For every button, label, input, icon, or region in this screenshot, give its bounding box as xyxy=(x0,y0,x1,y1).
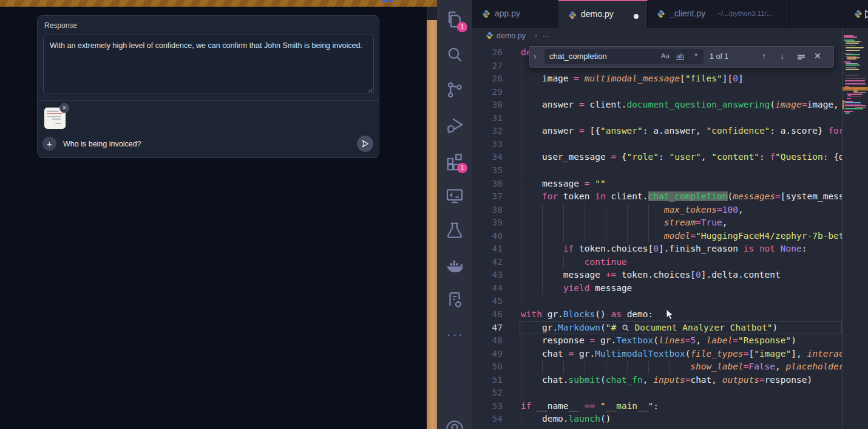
code-text: image = multimodal_message["files"][0] xyxy=(521,72,744,86)
line-number: 53 xyxy=(472,400,503,413)
code-line[interactable]: 39 stream=True, xyxy=(472,216,842,230)
code-line[interactable]: 36 message = "" xyxy=(472,177,842,191)
line-number: 51 xyxy=(472,374,503,387)
beaker-icon xyxy=(444,219,466,241)
tab-demo-py[interactable]: demo.py xyxy=(558,0,648,29)
code-line[interactable]: 53if __name__ == "__main__": xyxy=(472,400,842,413)
add-file-button[interactable]: + xyxy=(42,137,56,151)
minimap-line xyxy=(853,92,866,94)
send-button[interactable] xyxy=(357,136,373,152)
find-previous-button[interactable]: ↑ xyxy=(762,51,766,61)
sidebar-item-testing[interactable] xyxy=(444,219,466,241)
indent-guide xyxy=(521,60,521,73)
code-line[interactable]: 41 if token.choices[0].finish_reason is … xyxy=(472,242,842,256)
debug-icon xyxy=(444,114,466,136)
code-line[interactable]: 38 max_tokens=100, xyxy=(472,204,842,217)
code-line[interactable]: 42 continue xyxy=(472,256,842,269)
tab-description: ~/.../python3.11/... xyxy=(717,10,773,17)
line-number: 33 xyxy=(472,138,503,151)
minimap-line xyxy=(847,57,860,58)
code-line[interactable]: 29 xyxy=(472,86,842,99)
response-label: Response xyxy=(44,21,77,30)
code-line[interactable]: 54 demo.launch() xyxy=(472,413,842,426)
code-line[interactable]: 31 xyxy=(472,112,842,125)
minimap[interactable] xyxy=(843,28,868,429)
line-number: 37 xyxy=(472,190,503,204)
code-line[interactable]: 47 gr.Markdown("# Document Analyzer Chat… xyxy=(472,321,842,335)
response-textarea[interactable]: With an extremely high level of confiden… xyxy=(43,35,374,94)
code-text: stream=True, xyxy=(521,216,727,230)
whole-word-toggle[interactable]: ab xyxy=(676,52,684,60)
breadcrumb-symbol[interactable]: ... xyxy=(543,30,549,39)
minimap-line xyxy=(846,56,856,57)
magnifier-emoji-icon xyxy=(622,323,629,332)
code-line[interactable]: 51 chat.submit(chat_fn, inputs=chat, out… xyxy=(472,374,842,387)
code-text: user_message = {"role": "user", "content… xyxy=(521,151,842,164)
editor-tab-bar: app.py demo.py _client.py ~/.../python3.… xyxy=(472,0,868,28)
code-line[interactable]: 43 message += token.choices[0].delta.con… xyxy=(472,269,842,282)
sidebar-item-source-control[interactable] xyxy=(444,79,466,101)
sidebar-item-extensions[interactable]: 1 xyxy=(444,149,466,171)
sidebar-item-account[interactable] xyxy=(444,418,466,429)
tab-client-py[interactable]: _client.py ~/.../python3.11/... xyxy=(647,0,790,28)
code-line[interactable]: 52 xyxy=(472,386,842,400)
sidebar-item-container-tools[interactable] xyxy=(444,289,466,311)
remove-attachment-button[interactable]: × xyxy=(59,103,69,113)
code-line[interactable]: 32 answer = [{"answer": a.answer, "confi… xyxy=(472,125,842,138)
code-line[interactable]: 50 show_label=False, placeholder= xyxy=(472,360,842,374)
tab-label: app.py xyxy=(495,9,520,18)
code-line[interactable]: 33 xyxy=(472,138,842,151)
resize-handle-icon[interactable] xyxy=(367,87,372,92)
sidebar-item-run-debug[interactable] xyxy=(444,114,466,136)
line-number: 28 xyxy=(472,72,503,86)
code-text: max_tokens=100, xyxy=(521,204,744,217)
find-next-button[interactable]: ↓ xyxy=(780,51,784,61)
match-case-toggle[interactable]: Aa xyxy=(661,52,670,60)
docker-whale-icon xyxy=(444,255,466,276)
sidebar-item-remote-explorer[interactable] xyxy=(444,185,466,207)
run-button[interactable] xyxy=(863,9,868,22)
sidebar-item-search[interactable] xyxy=(444,44,466,66)
account-icon xyxy=(444,418,466,429)
code-text: model="HuggingFaceH4/zephyr-7b-beta" xyxy=(521,230,842,243)
find-in-selection-button[interactable] xyxy=(797,51,805,63)
code-line[interactable]: 45 xyxy=(472,295,842,308)
line-number: 29 xyxy=(472,86,503,99)
code-line[interactable]: 28 image = multimodal_message["files"][0… xyxy=(472,72,842,86)
code-line[interactable]: 46with gr.Blocks() as demo: xyxy=(472,308,842,321)
modified-dot-icon[interactable] xyxy=(634,14,639,19)
minimap-line xyxy=(844,39,855,41)
code-line[interactable]: 40 model="HuggingFaceH4/zephyr-7b-beta" xyxy=(472,230,842,243)
find-input[interactable]: chat_completion Aa ab .* xyxy=(544,49,704,64)
code-line[interactable]: 55 xyxy=(472,426,842,429)
sidebar-item-more[interactable]: ··· xyxy=(444,326,466,348)
minimap-line xyxy=(844,36,857,38)
indent-guide xyxy=(521,164,521,177)
code-line[interactable]: 48 response = gr.Textbox(lines=5, label=… xyxy=(472,334,842,348)
minimap-line xyxy=(845,75,858,76)
sidebar-item-docker[interactable] xyxy=(444,255,466,276)
tab-app-py[interactable]: app.py xyxy=(472,0,559,28)
toggle-replace-icon[interactable]: › xyxy=(534,52,536,61)
regex-toggle[interactable]: .* xyxy=(693,52,697,60)
breadcrumb-file[interactable]: demo.py xyxy=(497,32,526,40)
code-line[interactable]: 49 chat = gr.MultimodalTextbox(file_type… xyxy=(472,348,842,361)
code-editor[interactable]: 26de2728 image = multimodal_message["fil… xyxy=(472,44,842,429)
tab-partial[interactable] xyxy=(852,0,863,28)
code-text: if __name__ == "__main__": xyxy=(521,400,659,413)
chat-input[interactable]: Who is being invoiced? xyxy=(63,140,141,148)
code-line[interactable]: 37 for token in client.chat_completion(m… xyxy=(472,190,842,204)
find-close-button[interactable]: ✕ xyxy=(814,51,821,61)
code-text: gr.Markdown("# Document Analyzer Chatbot… xyxy=(521,321,778,335)
indent-guide xyxy=(521,295,521,308)
code-line[interactable]: 34 user_message = {"role": "user", "cont… xyxy=(472,151,842,164)
python-file-icon xyxy=(854,10,863,20)
minimap-line xyxy=(846,49,863,50)
sidebar-item-explorer[interactable]: 1 xyxy=(444,9,466,30)
code-line[interactable]: 44 yield message xyxy=(472,282,842,295)
code-line[interactable]: 35 xyxy=(472,164,842,177)
chat-input-row: + Who is being invoiced? xyxy=(38,131,379,157)
code-line[interactable]: 30 answer = client.document_question_ans… xyxy=(472,98,842,112)
line-number: 38 xyxy=(472,204,503,217)
breadcrumb[interactable]: demo.py › ... xyxy=(472,28,842,44)
